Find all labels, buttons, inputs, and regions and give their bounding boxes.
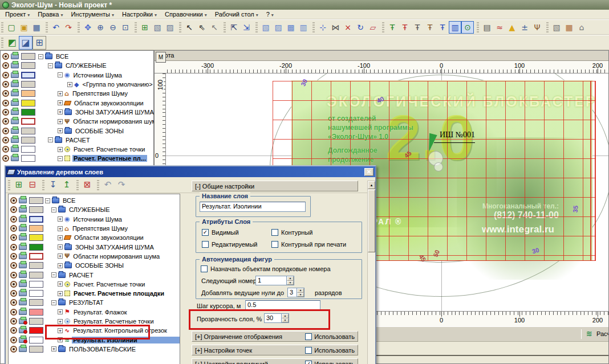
expander-icon[interactable]: + bbox=[58, 281, 63, 287]
layer-color-swatch[interactable] bbox=[29, 299, 43, 306]
shape-intersect-button[interactable]: ▩ bbox=[285, 21, 297, 34]
printer-icon[interactable] bbox=[19, 235, 27, 240]
visibility-eye-icon[interactable] bbox=[10, 206, 17, 213]
menu-item[interactable]: Правка▾ bbox=[34, 10, 67, 19]
tree-row[interactable]: +⌂Препятствия Шуму bbox=[1, 89, 153, 98]
visibility-eye-icon[interactable] bbox=[10, 318, 17, 325]
node-move-down-button[interactable]: ↧ bbox=[46, 178, 60, 192]
section-3-header[interactable]: [+] Настройки полилиний✓Использовать bbox=[192, 358, 358, 364]
menu-item[interactable]: Настройки▾ bbox=[118, 10, 161, 19]
printer-icon[interactable] bbox=[11, 118, 19, 124]
expander-icon[interactable]: − bbox=[38, 54, 43, 59]
expander-icon[interactable]: − bbox=[58, 72, 63, 77]
tree-item-label[interactable]: Расчет. Расчетные точки bbox=[72, 281, 180, 288]
cursor-select-add-button[interactable]: ⇖ bbox=[196, 21, 208, 34]
noise-chart-button[interactable]: ≈ bbox=[493, 21, 506, 34]
tree-item-label[interactable]: Расчет. Расчетные площадки bbox=[72, 290, 180, 297]
menu-item[interactable]: Проект▾ bbox=[1, 10, 34, 19]
tree-item-label[interactable]: ВСЕ bbox=[55, 53, 70, 60]
layer-color-swatch[interactable] bbox=[21, 81, 35, 88]
shape-subtract-button[interactable]: ▨ bbox=[272, 21, 285, 34]
tree-item-label[interactable]: ЗОНЫ ЗАТУХАНИЯ ШУМА bbox=[74, 109, 155, 116]
tree-item-label[interactable]: Источники Шума bbox=[72, 72, 123, 79]
tree-item-label[interactable]: Области нормирования шума bbox=[72, 118, 161, 125]
meas-remove-button[interactable]: Ŧ bbox=[399, 21, 411, 34]
zoom-area-add-button[interactable]: ⊞ bbox=[139, 21, 151, 34]
scroll-thumb[interactable] bbox=[368, 190, 375, 252]
layer-color-swatch[interactable] bbox=[21, 118, 35, 125]
tree-item-label[interactable]: РАСЧЕТ bbox=[64, 137, 91, 144]
tree-item-label[interactable]: ПОЛЬЗОВАТЕЛЬСКИЕ bbox=[68, 346, 180, 353]
toolbar-grip-icon[interactable] bbox=[78, 22, 80, 32]
visibility-eye-icon[interactable] bbox=[2, 155, 9, 162]
tree-item-label[interactable]: Препятствия Шуму bbox=[71, 225, 180, 232]
select-by-object-button[interactable]: ⇱ bbox=[228, 21, 240, 34]
leading-zeros-spinner[interactable]: 3 ▲▼ bbox=[287, 288, 304, 297]
visibility-eye-icon[interactable] bbox=[10, 197, 17, 204]
layer-color-swatch[interactable] bbox=[21, 72, 35, 79]
toolbar-grip-icon[interactable] bbox=[224, 22, 226, 32]
printer-icon[interactable] bbox=[19, 300, 27, 305]
printer-icon[interactable] bbox=[11, 128, 19, 134]
spin-down-icon[interactable]: ▼ bbox=[287, 281, 294, 285]
spin-value[interactable]: 1 bbox=[255, 276, 286, 285]
printer-icon[interactable] bbox=[11, 63, 19, 68]
toolbar-grip-icon[interactable] bbox=[546, 22, 549, 32]
scales-normative-button[interactable]: Ψ bbox=[531, 21, 543, 34]
toolbar-grip-icon[interactable] bbox=[1, 22, 3, 32]
split-object-button[interactable]: ⋈ bbox=[329, 21, 342, 34]
cursor-step-input[interactable]: 0.5 bbox=[245, 300, 320, 310]
printer-icon[interactable] bbox=[19, 328, 27, 333]
expander-icon[interactable]: − bbox=[51, 300, 56, 305]
section-general-settings[interactable]: [-] Общие настройки bbox=[192, 181, 358, 191]
tree-row[interactable]: +◉Источники Шума bbox=[9, 215, 180, 224]
toolbar-grip-icon[interactable] bbox=[42, 180, 44, 190]
next-number-spinner[interactable]: 1 ▲▼ bbox=[255, 276, 294, 285]
node-delete-button[interactable]: ⊠ bbox=[80, 178, 94, 192]
tree-row[interactable]: +Области звукоизоляции bbox=[9, 233, 180, 242]
printer-icon[interactable] bbox=[19, 198, 27, 203]
printer-icon[interactable] bbox=[19, 244, 27, 250]
tree-row[interactable]: +ОСОБЫЕ ЗОНЫ bbox=[9, 261, 180, 270]
printer-icon[interactable] bbox=[11, 109, 19, 115]
edit-polygon-points-button[interactable]: ▱ bbox=[367, 21, 379, 34]
printer-icon[interactable] bbox=[11, 156, 19, 161]
layer-color-swatch[interactable] bbox=[29, 272, 43, 279]
expander-icon[interactable]: + bbox=[58, 128, 63, 133]
spin-value[interactable]: 3 bbox=[287, 288, 297, 297]
visibility-eye-icon[interactable] bbox=[2, 53, 9, 60]
layer-color-swatch[interactable] bbox=[21, 100, 35, 107]
layer-color-swatch[interactable] bbox=[21, 137, 35, 144]
layer-color-swatch[interactable] bbox=[21, 90, 35, 97]
tree-item-label[interactable]: ОСОБЫЕ ЗОНЫ bbox=[74, 262, 180, 269]
assign-numbers-checkbox-row[interactable]: Назначать объектам порядковые номера bbox=[201, 265, 331, 272]
image-options-button[interactable]: ▧ bbox=[151, 21, 164, 34]
printer-icon[interactable] bbox=[19, 272, 27, 278]
visibility-eye-icon[interactable] bbox=[2, 118, 9, 125]
layer-add-button[interactable]: ◩ bbox=[5, 36, 19, 50]
visibility-eye-icon[interactable] bbox=[2, 137, 9, 144]
tree-row[interactable]: +Расчет. Расчетные площадки bbox=[9, 289, 180, 298]
layer-color-swatch[interactable] bbox=[29, 253, 43, 260]
expander-icon[interactable]: − bbox=[45, 198, 50, 203]
layer-color-swatch[interactable] bbox=[21, 155, 35, 162]
visibility-eye-icon[interactable] bbox=[10, 244, 17, 251]
layer-color-swatch[interactable] bbox=[29, 206, 43, 213]
tree-item-label[interactable]: ВСЕ bbox=[62, 197, 180, 204]
attribute-checkbox-row[interactable]: Контурный bbox=[271, 229, 312, 236]
layer-color-swatch[interactable] bbox=[29, 346, 43, 353]
delete-object-button[interactable]: × bbox=[342, 21, 354, 34]
layer-color-swatch[interactable] bbox=[29, 262, 43, 269]
print-map-button[interactable]: ▤ bbox=[481, 21, 493, 34]
use-checkbox-row[interactable]: Использовать bbox=[305, 347, 355, 354]
dlg-undo-button[interactable]: ↶ bbox=[101, 178, 115, 192]
printer-icon[interactable] bbox=[11, 72, 19, 78]
visibility-eye-icon[interactable] bbox=[10, 281, 17, 288]
tree-item-label[interactable]: <Группа по умолчанию> bbox=[81, 81, 153, 88]
layer-color-swatch[interactable] bbox=[29, 290, 43, 297]
toolbar-grip-icon[interactable] bbox=[312, 22, 315, 32]
layer-color-swatch[interactable] bbox=[29, 234, 43, 241]
visibility-eye-icon[interactable] bbox=[2, 81, 9, 88]
tree-row[interactable]: +ΨОбласти нормирования шума bbox=[1, 117, 153, 126]
new-project-button[interactable]: ▢ bbox=[5, 21, 18, 34]
